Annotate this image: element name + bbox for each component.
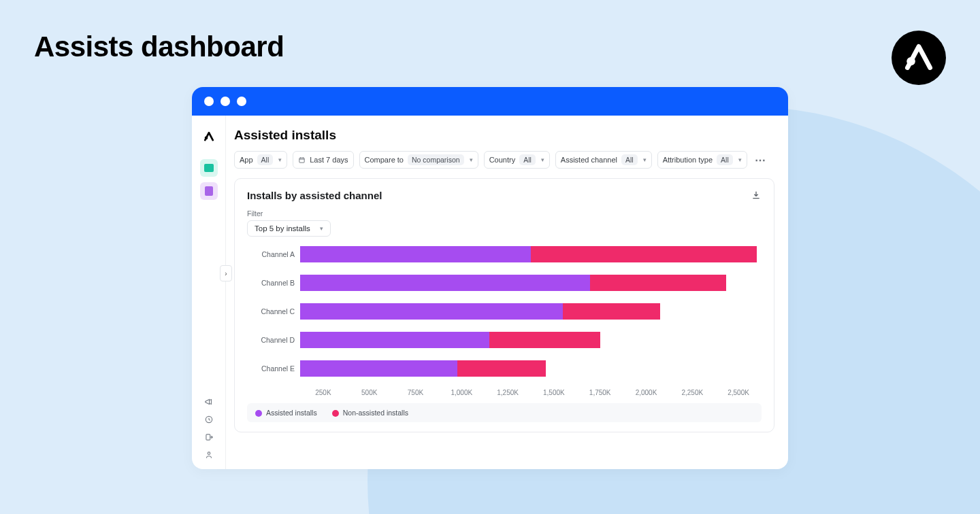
chevron-down-icon: ▾: [470, 156, 473, 163]
filter-compare[interactable]: Compare to No comparison ▾: [359, 151, 478, 169]
bar-segment-assisted: [300, 332, 489, 348]
chart-filter-value: Top 5 by installs: [255, 224, 310, 233]
card-title: Installs by assisted channel: [247, 190, 382, 201]
legend-item-non-assisted: Non-assisted installs: [332, 409, 408, 417]
bar-segment-assisted: [300, 275, 590, 291]
chevron-down-icon: ▾: [643, 156, 647, 163]
axis-tick: 2,250K: [669, 389, 715, 396]
chart-row: Channel B: [247, 275, 762, 291]
window-control-min[interactable]: [220, 97, 230, 106]
filter-value: All: [621, 154, 638, 165]
download-icon[interactable]: [751, 190, 762, 201]
axis-tick: 1,500K: [531, 389, 577, 396]
bar-segment-non-assisted: [590, 275, 727, 291]
more-horizontal-icon: ⋯: [755, 154, 766, 167]
svg-rect-5: [299, 158, 304, 162]
user-icon[interactable]: [204, 450, 214, 460]
category-label: Channel D: [247, 336, 300, 344]
calendar-icon: [298, 156, 306, 164]
axis-tick: 750K: [393, 389, 439, 396]
legend-label: Non-assisted installs: [343, 409, 408, 417]
filter-country[interactable]: Country All ▾: [484, 151, 550, 169]
bar-segment-non-assisted: [531, 246, 757, 262]
filter-label: Country: [489, 156, 516, 164]
chart-legend: Assisted installs Non-assisted installs: [247, 403, 762, 422]
megaphone-icon[interactable]: [204, 397, 214, 407]
bar-segment-non-assisted: [563, 303, 659, 320]
adjust-logo-icon: [901, 40, 936, 75]
chart-row: Channel E: [247, 360, 762, 377]
document-icon: [205, 186, 213, 196]
window-control-max[interactable]: [237, 97, 246, 106]
bar-segment-non-assisted: [457, 360, 546, 377]
bar-segment-assisted: [300, 360, 457, 377]
app-logo-icon: [203, 131, 215, 143]
filter-label: Assisted channel: [561, 156, 617, 164]
svg-rect-3: [206, 434, 210, 440]
axis-tick: 2,000K: [623, 389, 670, 396]
sidebar-item-reports[interactable]: [200, 159, 218, 177]
axis-tick: 250K: [300, 389, 346, 396]
bar-segment-assisted: [300, 246, 531, 262]
filter-label: Attribution type: [663, 156, 713, 164]
filter-assisted-channel[interactable]: Assisted channel All ▾: [555, 151, 652, 169]
filter-label: App: [240, 156, 253, 164]
legend-item-assisted: Assisted installs: [255, 409, 317, 417]
axis-tick: 1,250K: [485, 389, 531, 396]
filter-value: All: [717, 154, 733, 165]
sidebar: ›: [192, 116, 226, 469]
svg-point-1: [204, 136, 208, 139]
chart-row: Channel C: [247, 303, 762, 320]
sidebar-expand-button[interactable]: ›: [220, 265, 232, 281]
category-label: Channel E: [247, 364, 300, 373]
filter-date-range[interactable]: Last 7 days: [293, 151, 353, 169]
clock-icon[interactable]: [204, 415, 214, 424]
chart-filter-select[interactable]: Top 5 by installs ▾: [247, 220, 331, 237]
logout-icon[interactable]: [204, 432, 214, 442]
filter-value: No comparison: [408, 154, 464, 165]
sidebar-item-documents[interactable]: [200, 182, 218, 200]
bar-track: [300, 360, 762, 377]
axis-tick: 500K: [346, 389, 393, 396]
chart-row: Channel A: [247, 246, 762, 262]
filter-label: Last 7 days: [310, 156, 348, 164]
chevron-down-icon: ▾: [278, 156, 282, 163]
bar-segment-non-assisted: [489, 332, 600, 348]
content-title: Assisted installs: [234, 128, 774, 143]
page-title: Assists dashboard: [34, 31, 946, 63]
chart-icon: [204, 164, 214, 172]
chart-card: Installs by assisted channel Filter Top …: [234, 178, 774, 432]
chevron-down-icon: ▾: [541, 156, 544, 163]
more-options-button[interactable]: ⋯: [753, 152, 769, 168]
chevron-down-icon: ▾: [738, 156, 742, 163]
bar-track: [300, 303, 762, 320]
chevron-right-icon: ›: [225, 270, 227, 277]
category-label: Channel B: [247, 279, 300, 287]
brand-logo: [892, 31, 946, 85]
app-window: › Assisted installs App All ▾: [192, 87, 788, 469]
svg-point-4: [208, 452, 210, 455]
window-control-close[interactable]: [204, 97, 214, 106]
bar-segment-assisted: [300, 303, 563, 320]
bar-track: [300, 246, 762, 262]
chevron-down-icon: ▾: [320, 225, 323, 232]
svg-point-0: [906, 57, 915, 65]
filter-toolbar: App All ▾ Last 7 days Compare to No comp…: [234, 151, 774, 169]
chart-filter-label: Filter: [247, 209, 762, 218]
window-titlebar: [192, 87, 788, 116]
stacked-bar-chart: Channel AChannel BChannel CChannel DChan…: [247, 246, 762, 377]
category-label: Channel C: [247, 307, 300, 315]
axis-tick: 2,500K: [715, 389, 762, 396]
legend-swatch-icon: [255, 410, 262, 417]
legend-label: Assisted installs: [266, 409, 317, 417]
filter-label: Compare to: [365, 156, 404, 164]
filter-value: All: [257, 154, 274, 165]
filter-attribution-type[interactable]: Attribution type All ▾: [657, 151, 747, 169]
legend-swatch-icon: [332, 410, 339, 417]
bar-track: [300, 275, 762, 291]
axis-tick: 1,750K: [577, 389, 623, 396]
filter-app[interactable]: App All ▾: [234, 151, 287, 169]
axis-tick: 1,000K: [438, 389, 485, 396]
bar-track: [300, 332, 762, 348]
filter-value: All: [519, 154, 536, 165]
